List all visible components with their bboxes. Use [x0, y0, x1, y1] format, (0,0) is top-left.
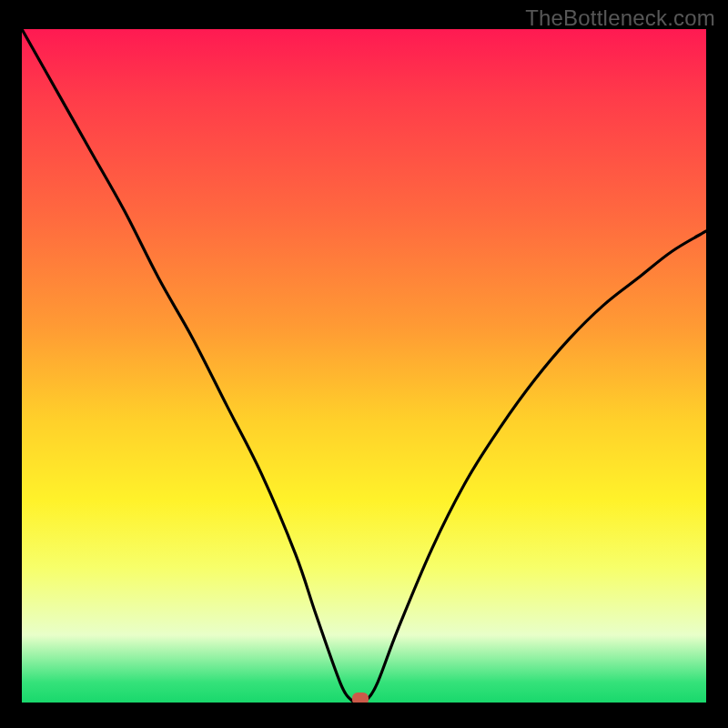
plot-area	[22, 29, 706, 703]
minimum-marker	[352, 693, 369, 703]
curve-svg	[22, 29, 706, 703]
watermark-text: TheBottleneck.com	[525, 5, 715, 31]
chart-frame: TheBottleneck.com	[0, 0, 728, 728]
bottleneck-curve-path	[22, 29, 706, 703]
